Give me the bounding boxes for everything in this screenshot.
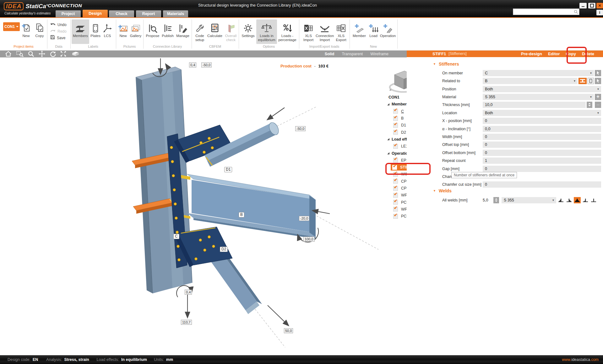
picture-gallery-button[interactable]: Gallery <box>129 19 142 44</box>
copy-project-item-button[interactable]: Copy <box>33 19 46 44</box>
checkbox-checked-icon[interactable] <box>393 123 398 128</box>
tab-check[interactable]: Check <box>109 10 134 17</box>
picture-new-button[interactable]: New <box>117 19 129 44</box>
loads-in-equilibrium-toggle[interactable]: Loads in equilibrium <box>256 19 277 44</box>
labels-members-toggle[interactable]: Members <box>72 19 89 44</box>
checkbox-checked-icon[interactable] <box>393 130 398 135</box>
editor-link[interactable]: Editor <box>548 51 560 56</box>
gap-input[interactable]: 0 <box>483 166 601 172</box>
tab-materials[interactable]: Materials <box>163 10 188 17</box>
mode-wireframe[interactable]: Wireframe <box>370 52 388 56</box>
connection-import-button[interactable]: Connection Import <box>316 19 334 44</box>
checkbox-checked-icon[interactable] <box>393 172 398 177</box>
offset-bottom-input[interactable]: 0 <box>483 150 601 156</box>
checkbox-checked-icon[interactable] <box>393 207 398 211</box>
section-welds[interactable]: Welds <box>433 188 452 193</box>
x-position-input[interactable]: 0 <box>483 118 601 124</box>
new-member-button[interactable]: Member <box>352 19 367 44</box>
pre-design-link[interactable]: Pre-design <box>521 51 542 56</box>
labels-lcs-toggle[interactable]: LCS <box>102 19 113 44</box>
new-operation-button[interactable]: Operation <box>379 19 396 44</box>
close-button[interactable] <box>596 3 603 8</box>
member-label-d2[interactable]: D2 <box>220 247 228 252</box>
related-plate-mode-button[interactable] <box>588 78 594 84</box>
thickness-input[interactable]: 10,0 <box>483 102 586 108</box>
member-label-d1[interactable]: D1 <box>224 167 232 172</box>
checkbox-checked-icon[interactable] <box>393 109 398 114</box>
location-select[interactable]: Both <box>483 110 601 116</box>
tab-design[interactable]: Design <box>83 10 108 17</box>
zoom-window-icon[interactable] <box>16 51 24 57</box>
loads-percentage-button[interactable]: Loads - percentage <box>278 19 297 44</box>
weld-type-double-fillet-button[interactable] <box>574 197 581 203</box>
material-select[interactable]: S 355 <box>483 94 594 100</box>
checkbox-checked-icon[interactable] <box>392 165 397 170</box>
checkbox-checked-icon[interactable] <box>393 200 398 205</box>
chamfer-cut-size-input[interactable]: 0 <box>483 181 601 188</box>
delete-link[interactable]: Delete <box>582 51 594 56</box>
pan-icon[interactable] <box>39 51 45 57</box>
labels-plates-toggle[interactable]: Plates <box>90 19 101 44</box>
weld-thickness-spinner[interactable] <box>493 197 499 203</box>
undo-button[interactable]: Undo <box>50 22 67 28</box>
pick-related-button[interactable] <box>595 78 601 84</box>
rotate-view-icon[interactable] <box>50 51 56 57</box>
code-setup-button[interactable]: Code setup <box>193 19 206 44</box>
on-member-select[interactable]: C <box>483 70 594 76</box>
xls-import-button[interactable]: XLS Import <box>302 19 315 44</box>
repeat-count-input[interactable]: 1 <box>483 158 601 164</box>
search-box[interactable] <box>513 8 579 15</box>
checkbox-checked-icon[interactable] <box>393 144 398 149</box>
maximize-button[interactable] <box>588 3 595 8</box>
offset-top-input[interactable]: 0 <box>483 142 601 148</box>
home-view-icon[interactable] <box>5 51 12 57</box>
weld-type-fillet-right-button[interactable] <box>566 197 573 203</box>
weld-type-butt-button[interactable] <box>590 197 597 203</box>
expander-icon[interactable] <box>387 138 389 140</box>
search-input[interactable] <box>513 9 574 14</box>
thickness-more-button[interactable] <box>595 102 601 108</box>
minimize-button[interactable] <box>579 3 587 8</box>
pick-member-button[interactable] <box>595 70 601 76</box>
expander-icon[interactable] <box>387 103 389 105</box>
calculate-button[interactable]: Calculate <box>207 19 223 44</box>
inclination-input[interactable]: 0,0 <box>483 126 601 132</box>
weld-material-select[interactable]: S 355 <box>502 197 556 203</box>
new-project-item-button[interactable]: New <box>19 19 33 44</box>
member-label-b[interactable]: B <box>239 212 244 217</box>
library-propose-button[interactable]: Propose <box>145 19 160 44</box>
member-label-c[interactable]: C <box>173 234 179 239</box>
library-manage-button[interactable]: Manage <box>175 19 190 44</box>
weld-type-fillet-left-button[interactable] <box>557 197 564 203</box>
website-link[interactable]: www.ideastatica.com <box>562 357 603 362</box>
related-member-mode-button[interactable] <box>579 78 587 84</box>
tab-report[interactable]: Report <box>136 10 161 17</box>
add-material-button[interactable] <box>595 94 601 100</box>
mode-solid[interactable]: Solid <box>325 52 334 56</box>
new-load-button[interactable]: Load <box>367 19 379 44</box>
solid-brick-icon[interactable] <box>72 51 79 56</box>
3d-viewport[interactable] <box>0 57 425 355</box>
checkbox-checked-icon[interactable] <box>393 193 398 198</box>
settings-button[interactable]: Settings <box>241 19 256 44</box>
copy-link[interactable]: Copy <box>566 51 576 56</box>
save-button[interactable]: Save <box>50 35 65 41</box>
checkbox-checked-icon[interactable] <box>393 158 398 163</box>
checkbox-checked-icon[interactable] <box>393 116 398 121</box>
related-to-select[interactable]: B <box>483 78 578 84</box>
library-publish-button[interactable]: Publish <box>161 19 175 44</box>
mode-transparent[interactable]: Transparent <box>342 52 363 56</box>
weld-thickness-value[interactable]: 5,0 <box>483 198 493 202</box>
zoom-icon[interactable] <box>28 51 34 57</box>
redo-button[interactable]: Redo <box>50 28 67 34</box>
expander-icon[interactable] <box>387 152 389 154</box>
tab-project[interactable]: Project <box>56 10 81 17</box>
checkbox-checked-icon[interactable] <box>393 179 398 184</box>
connection-selector-button[interactable]: CON1 <box>3 22 20 31</box>
thickness-spinner[interactable] <box>587 102 592 108</box>
zoom-fit-icon[interactable] <box>60 51 67 57</box>
checkbox-checked-icon[interactable] <box>393 214 398 219</box>
width-input[interactable]: 0 <box>483 134 601 140</box>
section-stiffeners[interactable]: Stiffeners <box>433 62 459 67</box>
position-select[interactable]: Both <box>483 86 601 92</box>
